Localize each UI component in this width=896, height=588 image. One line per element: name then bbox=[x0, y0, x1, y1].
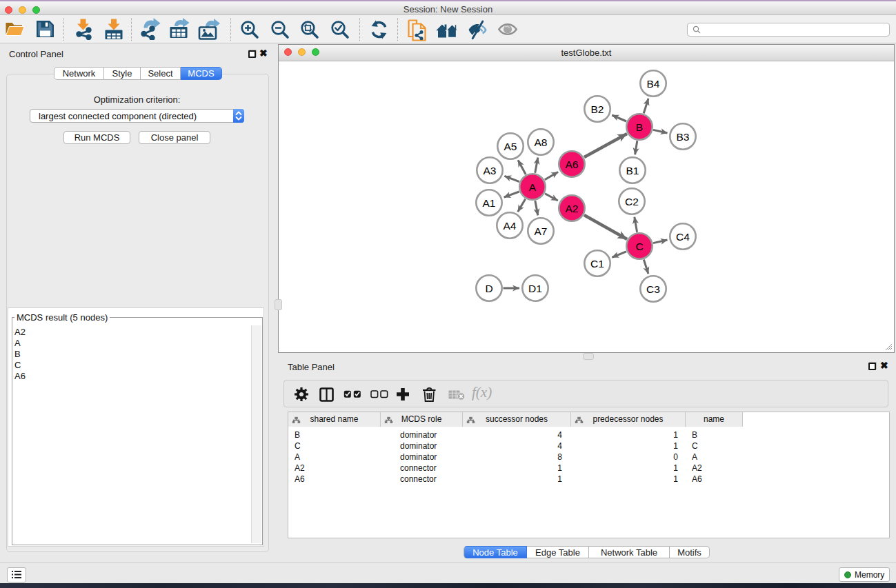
svg-text:B1: B1 bbox=[626, 165, 639, 176]
svg-text:A1: A1 bbox=[483, 197, 496, 209]
svg-text:B2: B2 bbox=[591, 103, 604, 115]
svg-text:A8: A8 bbox=[535, 136, 548, 148]
svg-text:C1: C1 bbox=[590, 258, 604, 270]
svg-text:A2: A2 bbox=[566, 203, 579, 214]
svg-text:C2: C2 bbox=[625, 196, 639, 207]
svg-text:D: D bbox=[485, 283, 492, 294]
svg-text:C: C bbox=[635, 241, 643, 252]
svg-text:D1: D1 bbox=[528, 283, 542, 294]
svg-text:C4: C4 bbox=[676, 231, 690, 243]
svg-text:A3: A3 bbox=[484, 165, 497, 176]
svg-text:A: A bbox=[529, 181, 537, 193]
svg-text:A5: A5 bbox=[504, 141, 517, 152]
svg-text:B4: B4 bbox=[647, 78, 660, 90]
svg-text:A7: A7 bbox=[535, 225, 548, 237]
svg-text:A4: A4 bbox=[504, 220, 517, 232]
svg-text:A6: A6 bbox=[566, 159, 579, 170]
svg-text:B3: B3 bbox=[677, 131, 690, 143]
svg-text:B: B bbox=[636, 121, 643, 133]
svg-text:C3: C3 bbox=[646, 283, 660, 295]
